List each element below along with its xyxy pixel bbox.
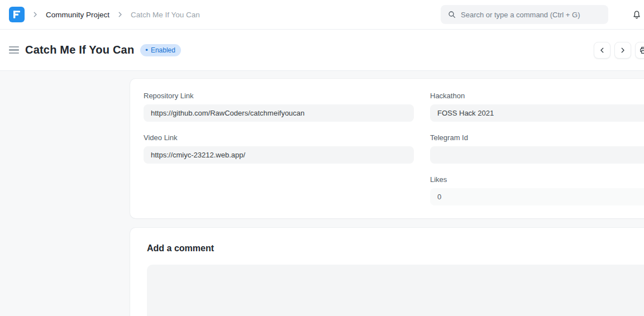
telegram-id-input[interactable]	[430, 146, 644, 164]
breadcrumb-current: Catch Me If You Can	[131, 11, 200, 19]
comment-section-heading: Add a comment	[147, 243, 644, 253]
form-grid: Repository Link Video Link Hackathon Tel…	[144, 92, 644, 217]
form-body: Repository Link Video Link Hackathon Tel…	[0, 71, 644, 316]
frappe-f-icon	[12, 9, 22, 20]
status-badge: • Enabled	[140, 44, 181, 56]
field-likes: Likes	[430, 175, 644, 205]
video-link-input[interactable]	[144, 146, 414, 164]
form-column-right: Hackathon Telegram Id Likes	[430, 92, 644, 217]
chevron-right-icon	[619, 46, 627, 54]
details-section-card: Repository Link Video Link Hackathon Tel…	[130, 79, 644, 218]
printer-icon	[639, 46, 644, 55]
notifications-button[interactable]	[631, 9, 642, 20]
status-dot-icon: •	[145, 46, 148, 54]
telegram-id-label: Telegram Id	[430, 133, 644, 142]
page-head: Catch Me If You Can • Enabled	[0, 30, 644, 71]
field-hackathon: Hackathon	[430, 92, 644, 122]
comment-input[interactable]	[147, 265, 644, 316]
form-column-left: Repository Link Video Link	[144, 92, 414, 217]
chevron-right-icon	[31, 11, 39, 18]
field-repository-link: Repository Link	[144, 92, 414, 122]
head-actions	[594, 42, 644, 59]
chevron-right-icon	[116, 11, 124, 18]
top-navbar: Community Project Catch Me If You Can	[0, 0, 644, 30]
field-telegram-id: Telegram Id	[430, 133, 644, 164]
breadcrumb-community-project[interactable]: Community Project	[46, 11, 109, 19]
search-icon	[447, 10, 456, 19]
next-record-button[interactable]	[614, 42, 631, 59]
repository-link-input[interactable]	[144, 104, 414, 122]
hackathon-label: Hackathon	[430, 92, 644, 100]
chevron-left-icon	[598, 46, 606, 54]
search-input[interactable]	[461, 11, 602, 19]
print-button[interactable]	[635, 42, 644, 59]
page-title: Catch Me If You Can	[25, 44, 134, 56]
comment-section-card: Add a comment	[130, 228, 644, 316]
likes-input	[430, 188, 644, 205]
global-search[interactable]	[441, 5, 608, 24]
field-video-link: Video Link	[144, 133, 414, 164]
video-link-label: Video Link	[144, 133, 414, 142]
menu-icon	[9, 46, 19, 48]
sidebar-toggle-button[interactable]	[9, 45, 19, 55]
repository-link-label: Repository Link	[144, 92, 414, 100]
frappe-logo[interactable]	[9, 7, 25, 22]
hackathon-input[interactable]	[430, 104, 644, 122]
bell-icon	[631, 9, 642, 20]
status-badge-label: Enabled	[151, 46, 175, 54]
likes-label: Likes	[430, 175, 644, 184]
previous-record-button[interactable]	[594, 42, 610, 59]
